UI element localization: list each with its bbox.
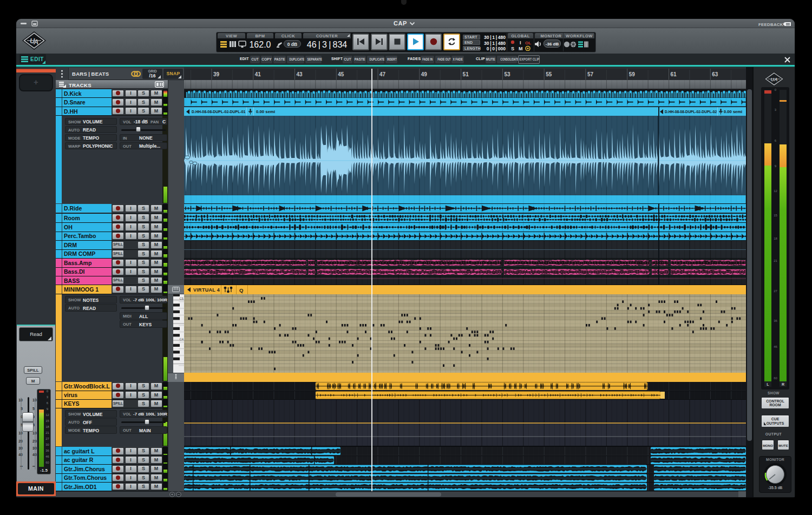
svg-text:I: I [520,40,521,45]
svg-text:A: A [33,38,38,46]
svg-text:C5: C5 [180,297,184,300]
svg-text:63: 63 [712,71,718,77]
svg-text:OL: OL [525,41,531,45]
svg-text:S: S [511,46,514,51]
svg-text:43: 43 [296,71,303,77]
svg-text:55: 55 [546,71,552,77]
svg-text:51: 51 [463,71,469,77]
svg-text:C4: C4 [180,337,184,340]
svg-text:45: 45 [338,71,344,77]
svg-text:53: 53 [504,71,510,77]
svg-text:UA: UA [770,77,777,82]
svg-text:41: 41 [255,71,261,77]
svg-text:M: M [519,46,523,51]
svg-text:39: 39 [213,71,220,77]
svg-text:61: 61 [670,71,677,77]
svg-text:49: 49 [421,71,428,77]
svg-text:47: 47 [379,71,386,77]
svg-text:57: 57 [587,71,594,77]
svg-text:59: 59 [629,71,636,77]
